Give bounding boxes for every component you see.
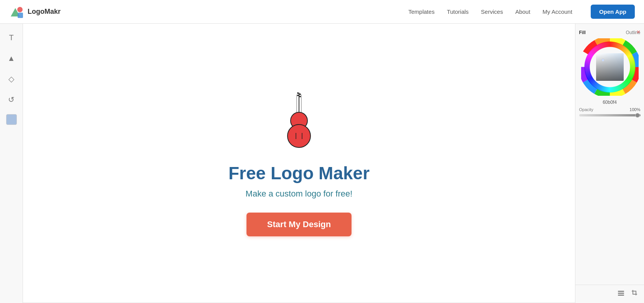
hero-subtitle: Make a custom logo for free! [246,189,353,199]
opacity-value: 100% [629,107,640,112]
logo-text: LogoMakr [28,8,61,16]
start-my-design-button[interactable]: Start My Design [246,213,352,236]
close-panel-icon[interactable]: ✕ [636,29,641,35]
shape-triangle-icon[interactable]: ▲ [5,52,18,64]
fill-tab[interactable]: Fill [579,30,586,35]
nav-about[interactable]: About [515,8,530,15]
opacity-row: Opacity 100% [579,107,641,112]
logo-icon [9,4,25,20]
bottom-bar [575,285,644,303]
color-wheel[interactable] [581,38,639,96]
svg-point-12 [288,124,310,147]
opacity-label: Opacity [579,107,593,112]
cello-icon [284,91,314,154]
main-area: T ▲ ◇ ↺ [0,24,644,303]
color-picker-square[interactable] [596,53,624,81]
hero-title: Free Logo Maker [228,163,370,183]
history-icon[interactable]: ↺ [5,93,18,106]
diamond-icon[interactable]: ◇ [5,73,18,85]
right-color-panel: Fill Outline ✕ [575,24,644,303]
opacity-slider-thumb [635,113,640,118]
header: LogoMakr Templates Tutorials Services Ab… [0,0,644,24]
color-panel: Fill Outline ✕ [579,30,641,120]
canvas-area: Free Logo Maker Make a custom logo for f… [23,24,575,303]
logo-area[interactable]: LogoMakr [9,4,61,20]
svg-rect-24 [618,295,624,296]
color-picker-dot [601,59,605,62]
svg-point-7 [297,95,299,96]
svg-rect-22 [618,291,624,292]
layers-icon[interactable] [617,289,625,299]
left-toolbar: T ▲ ◇ ↺ [0,24,23,303]
nav-templates[interactable]: Templates [408,8,434,15]
crop-icon[interactable] [631,289,639,299]
svg-point-9 [297,92,299,94]
fill-outline-tabs: Fill Outline ✕ [579,30,641,35]
text-tool-icon[interactable]: T [5,31,18,44]
nav-services[interactable]: Services [481,8,503,15]
opacity-slider[interactable] [579,114,641,116]
svg-point-8 [299,93,301,95]
svg-rect-23 [618,293,624,294]
open-app-button[interactable]: Open App [591,5,635,19]
hex-value[interactable]: 60b0f4 [603,100,617,105]
svg-point-1 [17,7,23,12]
nav-my-account[interactable]: My Account [542,8,572,15]
nav-tutorials[interactable]: Tutorials [447,8,469,15]
svg-rect-2 [18,13,23,18]
nav: Templates Tutorials Services About My Ac… [408,5,635,19]
svg-point-10 [299,96,301,97]
color-swatch[interactable] [6,114,17,125]
